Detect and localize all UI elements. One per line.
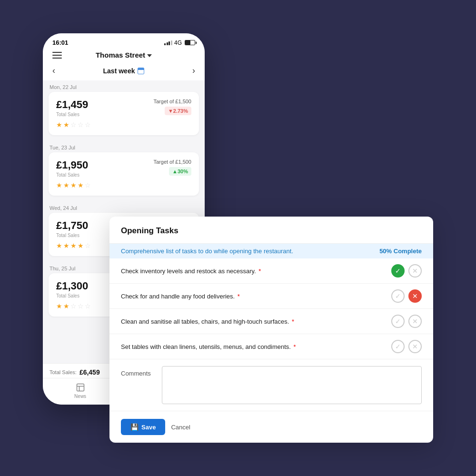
task-row: Set tables with clean linens, utensils, …	[109, 334, 433, 359]
sales-card: £1,459 Total Sales Target of £1,500 ▼2.7…	[49, 92, 199, 135]
day-section: Mon, 22 Jul £1,459 Total Sales Target of…	[49, 80, 199, 135]
task-text: Set tables with clean linens, utensils, …	[121, 343, 391, 350]
sales-card-top: £1,459 Total Sales Target of £1,500 ▼2.7…	[56, 99, 191, 117]
battery-icon	[185, 40, 195, 45]
modal-title: Opening Tasks	[121, 226, 178, 235]
cancel-button[interactable]: Cancel	[171, 424, 190, 431]
sales-card-top: £1,950 Total Sales Target of £1,500 ▲30%	[56, 159, 191, 178]
task-row: Check inventory levels and restock as ne…	[109, 258, 433, 284]
star-icon: ☆	[85, 181, 91, 189]
week-nav: ‹ Last week ›	[43, 64, 205, 80]
star-icon: ★	[70, 242, 77, 249]
performance-badge: ▼2.73%	[165, 107, 191, 115]
star-icon: ★	[56, 181, 62, 189]
task-reject-button[interactable]: ✕	[408, 289, 422, 303]
task-check-button[interactable]: ✓	[391, 315, 405, 328]
save-icon: 💾	[130, 423, 139, 431]
comments-textarea[interactable]	[162, 366, 422, 404]
task-row: Clean and sanitise all tables, chairs, a…	[109, 309, 433, 334]
total-sales-prefix: Total Sales:	[50, 369, 77, 375]
star-icon: ☆	[85, 242, 91, 249]
sales-right: Target of £1,500 ▲30%	[153, 159, 191, 176]
news-icon	[75, 382, 86, 393]
week-label: Last week	[103, 67, 145, 75]
total-sales-amount: £6,459	[79, 368, 100, 376]
time-display: 16:01	[52, 39, 68, 46]
task-actions: ✓ ✕	[391, 289, 422, 303]
scene: 16:01 4G Thomas Street	[43, 33, 433, 443]
day-label: Tue, 23 Jul	[49, 141, 199, 152]
star-icon: ☆	[85, 121, 91, 129]
task-reject-button[interactable]: ✕	[408, 264, 422, 278]
nav-item-news[interactable]: News	[74, 382, 86, 399]
star-icon: ★	[70, 181, 77, 189]
star-icon: ★	[63, 121, 69, 129]
save-button[interactable]: 💾 Save	[121, 419, 165, 435]
status-bar: 16:01 4G	[43, 33, 205, 48]
modal-subtitle-row: Comprehensive list of tasks to do while …	[109, 244, 433, 258]
svg-rect-0	[77, 384, 84, 391]
status-right: 4G	[164, 40, 195, 46]
star-icon: ★	[63, 242, 69, 249]
required-marker: *	[292, 343, 296, 350]
save-label: Save	[141, 424, 156, 431]
required-marker: *	[290, 318, 294, 325]
task-actions: ✓ ✕	[391, 315, 422, 328]
star-icon: ☆	[78, 302, 84, 310]
location-title[interactable]: Thomas Street	[96, 51, 152, 59]
calendar-icon[interactable]	[138, 68, 144, 74]
day-label: Mon, 22 Jul	[49, 80, 199, 92]
star-icon: ★	[63, 181, 69, 189]
sales-amount: £1,750	[56, 219, 88, 232]
star-icon: ★	[78, 242, 84, 249]
day-section: Tue, 23 Jul £1,950 Total Sales Target of…	[49, 141, 199, 196]
comments-section: Comments	[109, 359, 433, 411]
stars-row: ★★☆☆☆	[56, 121, 191, 129]
stars-row: ★★★★☆	[56, 181, 191, 189]
task-check-button[interactable]: ✓	[391, 340, 405, 353]
target-label: Target of £1,500	[153, 159, 191, 165]
phone-header: Thomas Street	[43, 48, 205, 64]
task-reject-button[interactable]: ✕	[408, 315, 422, 328]
sales-label: Total Sales	[56, 112, 88, 117]
star-icon: ★	[56, 302, 62, 310]
location-name: Thomas Street	[96, 51, 145, 59]
task-row: Check for and handle any food deliveries…	[109, 284, 433, 309]
star-icon: ☆	[70, 302, 77, 310]
star-icon: ★	[56, 121, 62, 129]
network-label: 4G	[174, 40, 182, 46]
opening-tasks-modal: Opening Tasks Comprehensive list of task…	[109, 217, 433, 443]
nav-item-label: News	[74, 394, 86, 399]
sales-amount: £1,300	[56, 280, 88, 292]
next-week-button[interactable]: ›	[192, 66, 195, 76]
sales-label: Total Sales	[56, 233, 88, 238]
star-icon: ★	[63, 302, 69, 310]
sales-amount: £1,459	[56, 99, 88, 111]
star-icon: ★	[78, 181, 84, 189]
hamburger-icon[interactable]	[52, 52, 62, 59]
modal-footer: 💾 Save Cancel	[109, 411, 433, 443]
modal-header: Opening Tasks	[109, 217, 433, 244]
comments-label: Comments	[121, 366, 154, 377]
performance-badge: ▲30%	[169, 167, 191, 176]
sales-card: £1,950 Total Sales Target of £1,500 ▲30%…	[49, 152, 199, 196]
prev-week-button[interactable]: ‹	[52, 66, 55, 76]
target-label: Target of £1,500	[153, 99, 191, 104]
task-check-button[interactable]: ✓	[391, 264, 405, 278]
task-check-button[interactable]: ✓	[391, 289, 405, 303]
day-label: Wed, 24 Jul	[49, 201, 199, 213]
star-icon: ☆	[85, 302, 91, 310]
task-text: Clean and sanitise all tables, chairs, a…	[121, 318, 391, 325]
modal-subtitle: Comprehensive list of tasks to do while …	[121, 248, 293, 255]
star-icon: ☆	[70, 121, 77, 129]
progress-label: 50% Complete	[379, 248, 422, 255]
sales-right: Target of £1,500 ▼2.73%	[153, 99, 191, 115]
task-actions: ✓ ✕	[391, 340, 422, 353]
sales-label: Total Sales	[56, 293, 88, 298]
task-text: Check inventory levels and restock as ne…	[121, 268, 391, 275]
task-text: Check for and handle any food deliveries…	[121, 293, 391, 300]
dropdown-arrow-icon	[147, 54, 152, 57]
task-reject-button[interactable]: ✕	[408, 340, 422, 353]
sales-amount: £1,950	[56, 159, 88, 171]
required-marker: *	[236, 293, 240, 300]
